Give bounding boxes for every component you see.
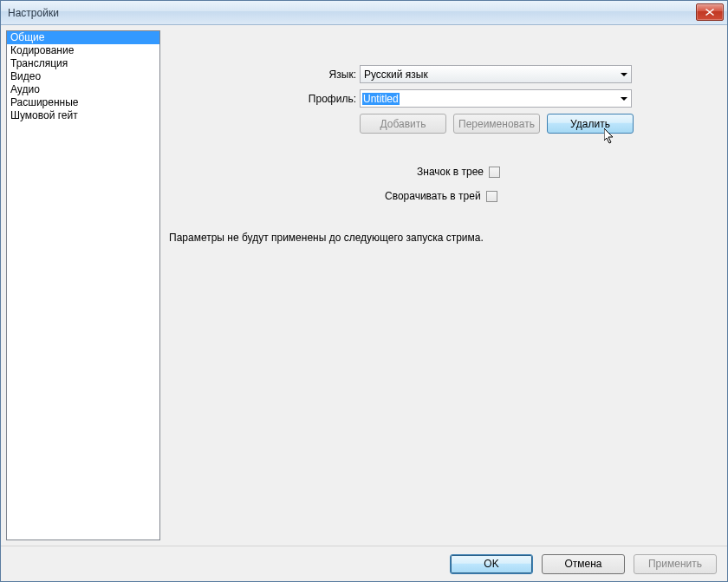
language-dropdown[interactable]: Русский язык <box>360 65 632 83</box>
category-list[interactable]: Общие Кодирование Трансляция Видео Аудио… <box>6 30 160 540</box>
window-close-button[interactable] <box>696 3 724 21</box>
cancel-button[interactable]: Отмена <box>542 554 625 574</box>
tray-icon-label: Значок в трее <box>417 166 484 178</box>
sidebar-item-broadcast[interactable]: Трансляция <box>7 57 159 70</box>
language-label: Язык: <box>166 69 360 81</box>
settings-dialog: Настройки Общие Кодирование Трансляция В… <box>0 0 728 582</box>
sidebar-item-advanced[interactable]: Расширенные <box>7 96 159 109</box>
rename-profile-button: Переименовать <box>453 114 540 134</box>
restart-note: Параметры не будут применены до следующе… <box>169 232 484 244</box>
settings-panel: Язык: Русский язык Профиль: Untitled Доб… <box>166 30 722 540</box>
titlebar[interactable]: Настройки <box>1 1 727 25</box>
window-title: Настройки <box>8 7 59 19</box>
ok-button[interactable]: OK <box>450 554 533 574</box>
delete-profile-button[interactable]: Удалить <box>547 114 634 134</box>
add-profile-button: Добавить <box>360 114 446 134</box>
minimize-tray-checkbox[interactable] <box>486 191 497 202</box>
chevron-down-icon <box>621 73 627 76</box>
apply-button: Применить <box>634 554 717 574</box>
profile-value: Untitled <box>362 93 400 105</box>
sidebar-item-video[interactable]: Видео <box>7 70 159 83</box>
minimize-tray-label: Сворачивать в трей <box>385 190 481 202</box>
client-area: Общие Кодирование Трансляция Видео Аудио… <box>1 25 727 581</box>
sidebar-item-encoding[interactable]: Кодирование <box>7 44 159 57</box>
dialog-button-bar: OK Отмена Применить <box>1 546 727 581</box>
sidebar-item-general[interactable]: Общие <box>7 31 159 44</box>
language-value: Русский язык <box>364 69 428 81</box>
profile-label: Профиль: <box>166 93 360 105</box>
tray-icon-checkbox[interactable] <box>489 167 500 178</box>
sidebar-item-audio[interactable]: Аудио <box>7 83 159 96</box>
profile-combobox[interactable]: Untitled <box>360 89 632 108</box>
sidebar-item-noisegate[interactable]: Шумовой гейт <box>7 109 159 122</box>
chevron-down-icon <box>621 97 627 101</box>
close-icon <box>705 9 714 16</box>
